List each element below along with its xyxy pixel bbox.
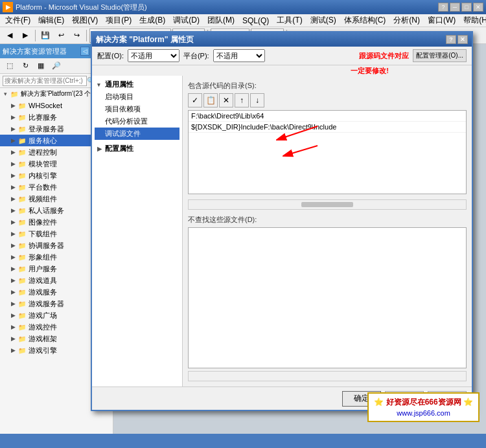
- menu-build[interactable]: 生成(B): [135, 14, 169, 27]
- panel-title: 解决方案资源管理器: [3, 47, 67, 56]
- menu-sql[interactable]: SQL(Q): [238, 15, 273, 27]
- source-btn-delete[interactable]: ✕: [219, 93, 233, 107]
- source-dir-item-1[interactable]: ${DXSDK_DIR}IncludeF:\back\Direct9\Inclu…: [189, 122, 466, 133]
- toolbar-save[interactable]: 💾: [38, 28, 52, 43]
- project-icon: 📁: [17, 240, 27, 251]
- expand-icon: ▶: [9, 195, 17, 203]
- source-btn-copy[interactable]: 📋: [203, 93, 218, 107]
- project-icon: 📁: [17, 182, 27, 192]
- project-icon: 📁: [17, 170, 27, 181]
- toolbar-sep2: [86, 30, 87, 41]
- maximize-btn[interactable]: □: [461, 3, 472, 12]
- toolbar-undo[interactable]: ↩: [54, 28, 68, 43]
- menu-test[interactable]: 测试(S): [307, 14, 340, 27]
- expand-icon: ▶: [9, 137, 17, 144]
- window-title: Platform - Microsoft Visual Studio(管理员): [16, 3, 438, 12]
- platform-label: 平台(P):: [183, 51, 209, 61]
- expand-icon: ▶: [9, 253, 17, 261]
- menu-debug[interactable]: 调试(D): [169, 14, 203, 27]
- source-dirs-label: 包含源代码的目录(S):: [188, 81, 467, 91]
- source-scrollbar[interactable]: [188, 199, 467, 210]
- menu-team[interactable]: 团队(M): [203, 14, 238, 27]
- project-icon: 📁: [17, 100, 27, 111]
- expand-icon: ▶: [9, 346, 17, 354]
- expand-icon: ▶: [9, 241, 17, 249]
- status-bar: [0, 434, 486, 448]
- project-icon: 📁: [17, 333, 27, 344]
- menu-tools[interactable]: 工具(T): [273, 14, 306, 27]
- dialog-title: 解决方案 "Platform" 属性页: [96, 34, 194, 45]
- source-btn-up[interactable]: ↑: [235, 93, 249, 107]
- help-btn[interactable]: ?: [438, 3, 448, 12]
- source-dir-item-0[interactable]: F:\back\Direct9\Lib\x64: [189, 111, 466, 122]
- dialog-left-panel: ▾ 通用属性 启动项目 项目依赖项 代码分析设置 调试源文件 ▶ 配置属性: [92, 76, 183, 386]
- dialog-tree-projdeps[interactable]: 项目依赖项: [95, 103, 179, 115]
- explorer-btn1[interactable]: ⬚: [3, 59, 17, 73]
- explorer-btn4[interactable]: 🔎: [49, 59, 64, 73]
- config-manager-btn[interactable]: 配置管理器(O)...: [413, 49, 467, 62]
- menu-analyze[interactable]: 分析(N): [389, 14, 424, 27]
- expand-icon: ▶: [97, 146, 105, 152]
- expand-icon: ▶: [9, 230, 17, 238]
- project-icon: 📁: [17, 159, 27, 169]
- toolbar-redo[interactable]: ↪: [69, 28, 84, 43]
- menu-view[interactable]: 视图(V): [68, 14, 102, 27]
- panel-pin-icon[interactable]: ◁: [80, 47, 89, 56]
- no-search-label: 不查找这些源文件(D):: [188, 215, 467, 225]
- project-icon: 📁: [17, 298, 27, 309]
- dialog-tree-codeanalysis[interactable]: 代码分析设置: [95, 115, 179, 128]
- platform-select[interactable]: 不适用: [213, 49, 265, 62]
- minimize-btn[interactable]: ─: [450, 3, 460, 12]
- expand-icon: ▶: [9, 113, 17, 121]
- expand-icon: ▶: [9, 335, 17, 342]
- config-select[interactable]: 不适用: [128, 49, 179, 62]
- explorer-search-input[interactable]: [3, 76, 87, 86]
- dialog-close-btn[interactable]: ✕: [457, 35, 468, 44]
- menu-bar: 文件(F) 编辑(E) 视图(V) 项目(P) 生成(B) 调试(D) 团队(M…: [0, 14, 486, 27]
- project-icon: 📁: [17, 252, 27, 262]
- project-icon: 📁: [17, 135, 27, 146]
- project-icon: 📁: [17, 217, 27, 227]
- expand-icon: ▶: [9, 265, 17, 273]
- config-label: 配置(O):: [97, 51, 124, 61]
- expand-icon: ▶: [9, 183, 17, 191]
- dialog-tree-debugsources[interactable]: 调试源文件: [95, 128, 179, 140]
- source-btn-down[interactable]: ↓: [250, 93, 264, 107]
- expand-icon: ▶: [9, 125, 17, 133]
- no-search-list: [188, 227, 467, 368]
- menu-edit[interactable]: 编辑(E): [34, 14, 68, 27]
- source-btn-check[interactable]: ✓: [188, 93, 202, 107]
- solution-expand-icon: ▾: [1, 90, 9, 98]
- menu-project[interactable]: 项目(P): [102, 14, 135, 27]
- project-icon: 📁: [17, 345, 27, 355]
- watermark-url: www.jsp666.com: [374, 408, 473, 419]
- menu-file[interactable]: 文件(F): [1, 14, 34, 27]
- menu-help[interactable]: 帮助(H): [459, 14, 486, 27]
- expand-icon: ▶: [9, 207, 17, 214]
- project-icon: 📁: [17, 322, 27, 332]
- toolbar-back[interactable]: ◀: [3, 28, 17, 43]
- expand-icon: ▶: [9, 160, 17, 168]
- toolbar-forward[interactable]: ▶: [18, 28, 32, 43]
- dialog-tree-configprops[interactable]: ▶ 配置属性: [95, 142, 179, 155]
- menu-arch[interactable]: 体系结构(C): [340, 14, 390, 27]
- close-btn[interactable]: ✕: [473, 3, 483, 12]
- expand-icon: ▶: [9, 288, 17, 296]
- annotation-text2: 一定要修改!: [351, 66, 389, 76]
- title-bar-buttons: ? ─ □ ✕: [438, 3, 483, 12]
- expand-icon: ▶: [9, 148, 17, 156]
- project-icon: 📁: [17, 112, 27, 122]
- annotation-text1: 跟源码文件对应: [359, 51, 409, 61]
- dialog-tree-common[interactable]: ▾ 通用属性: [95, 78, 179, 91]
- explorer-btn2[interactable]: ↻: [18, 59, 32, 73]
- dialog-help-btn[interactable]: ?: [446, 35, 456, 44]
- toolbar-sep1: [35, 30, 36, 41]
- explorer-btn3[interactable]: ▦: [34, 59, 48, 73]
- expand-icon: ▶: [9, 218, 17, 226]
- nosearch-scrollbar[interactable]: [188, 371, 467, 381]
- watermark: ⭐ 好资源尽在666资源网 ⭐ www.jsp666.com: [367, 392, 480, 423]
- project-icon: 📁: [17, 147, 27, 157]
- expand-icon: ▶: [9, 276, 17, 284]
- menu-window[interactable]: 窗口(W): [424, 14, 459, 27]
- dialog-tree-startup[interactable]: 启动项目: [95, 91, 179, 103]
